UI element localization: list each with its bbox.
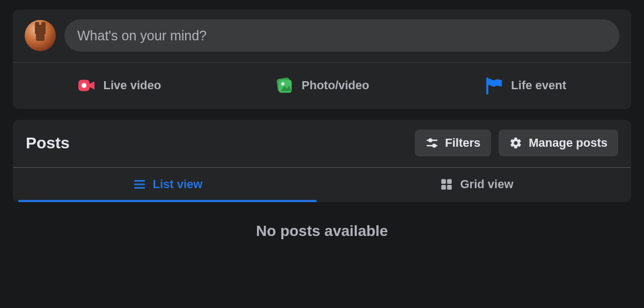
posts-title: Posts bbox=[26, 134, 70, 152]
live-video-label: Live video bbox=[104, 78, 162, 92]
svg-point-4 bbox=[281, 82, 284, 85]
tab-list-view[interactable]: List view bbox=[13, 168, 322, 202]
photo-video-button[interactable]: Photo/video bbox=[221, 68, 424, 103]
tab-grid-view[interactable]: Grid view bbox=[322, 168, 631, 202]
manage-posts-button[interactable]: Manage posts bbox=[499, 130, 618, 156]
posts-header: Posts Filters Manage posts bbox=[13, 120, 631, 167]
svg-rect-15 bbox=[448, 185, 452, 190]
live-video-icon bbox=[77, 76, 96, 95]
photo-video-label: Photo/video bbox=[302, 78, 369, 92]
life-event-icon bbox=[484, 76, 503, 95]
composer-top-row: What's on your mind? bbox=[13, 10, 631, 63]
svg-point-8 bbox=[433, 144, 436, 147]
svg-point-1 bbox=[82, 83, 86, 88]
avatar[interactable] bbox=[25, 20, 56, 51]
composer-actions: Live video Photo/video Life event bbox=[13, 63, 631, 109]
composer-placeholder: What's on your mind? bbox=[77, 28, 207, 44]
life-event-label: Life event bbox=[511, 78, 566, 92]
view-tabs: List view Grid view bbox=[13, 167, 631, 202]
svg-rect-12 bbox=[442, 179, 447, 184]
svg-point-6 bbox=[429, 139, 432, 141]
composer-card: What's on your mind? Live video Photo/vi… bbox=[13, 10, 631, 109]
list-icon bbox=[133, 177, 147, 191]
filters-label: Filters bbox=[445, 136, 480, 150]
svg-rect-14 bbox=[442, 185, 447, 190]
tab-list-label: List view bbox=[153, 177, 203, 191]
manage-posts-label: Manage posts bbox=[529, 136, 608, 150]
svg-rect-13 bbox=[448, 179, 452, 184]
tab-grid-label: Grid view bbox=[460, 177, 513, 191]
gear-icon bbox=[509, 137, 522, 149]
posts-card: Posts Filters Manage posts List view bbox=[13, 120, 631, 202]
photo-video-icon bbox=[275, 76, 294, 95]
composer-input[interactable]: What's on your mind? bbox=[64, 19, 619, 52]
filters-icon bbox=[426, 137, 438, 149]
posts-buttons: Filters Manage posts bbox=[415, 130, 618, 156]
grid-icon bbox=[440, 177, 453, 191]
life-event-button[interactable]: Life event bbox=[423, 68, 627, 103]
filters-button[interactable]: Filters bbox=[415, 130, 491, 156]
live-video-button[interactable]: Live video bbox=[17, 68, 221, 103]
empty-message: No posts available bbox=[0, 223, 644, 240]
